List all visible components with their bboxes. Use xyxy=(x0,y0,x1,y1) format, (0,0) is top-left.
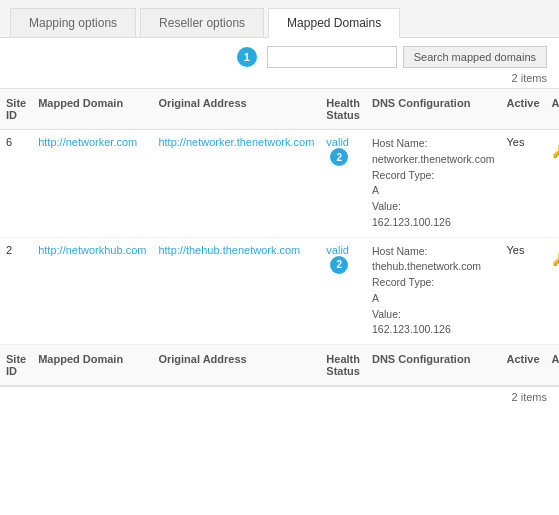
dns-record-type-value: A xyxy=(372,184,379,196)
footer-col-dns-configuration: DNS Configuration xyxy=(366,345,501,386)
cell-mapped-domain: http://networkhub.com xyxy=(32,237,152,345)
table-header-row: Site ID Mapped Domain Original Address H… xyxy=(0,89,559,130)
tab-reseller[interactable]: Reseller options xyxy=(140,8,264,37)
cell-site-id: 6 xyxy=(0,130,32,238)
search-button[interactable]: Search mapped domains xyxy=(403,46,547,68)
footer-col-mapped-domain: Mapped Domain xyxy=(32,345,152,386)
footer-col-original-address: Original Address xyxy=(152,345,320,386)
col-health-status: Health Status xyxy=(320,89,366,130)
cell-mapped-domain: http://networker.com xyxy=(32,130,152,238)
col-mapped-domain: Mapped Domain xyxy=(32,89,152,130)
search-row: 1 Search mapped domains xyxy=(0,38,559,70)
cell-health-status: valid2 xyxy=(320,237,366,345)
cell-actions: 🔑🗑 xyxy=(546,237,559,345)
table-row: 6http://networker.comhttp://networker.th… xyxy=(0,130,559,238)
dns-hostname-label: Host Name: xyxy=(372,137,427,149)
tab-mapping[interactable]: Mapping options xyxy=(10,8,136,37)
mapped-domain-link[interactable]: http://networker.com xyxy=(38,136,137,148)
items-count: 2 items xyxy=(0,70,559,88)
dns-value: 162.123.100.126 xyxy=(372,323,451,335)
dns-hostname-label: Host Name: xyxy=(372,245,427,257)
table-footer-row: Site ID Mapped Domain Original Address H… xyxy=(0,345,559,386)
tab-mapped-domains[interactable]: Mapped Domains xyxy=(268,8,400,38)
table-row: 2http://networkhub.comhttp://thehub.then… xyxy=(0,237,559,345)
footer-col-health-status: Health Status xyxy=(320,345,366,386)
cell-site-id: 2 xyxy=(0,237,32,345)
col-active: Active xyxy=(501,89,546,130)
col-dns-configuration: DNS Configuration xyxy=(366,89,501,130)
badge-1: 1 xyxy=(237,47,257,67)
original-address-link[interactable]: http://thehub.thenetwork.com xyxy=(158,244,300,256)
cell-health-status: valid2 xyxy=(320,130,366,238)
dns-record-type-value: A xyxy=(372,292,379,304)
cell-original-address: http://networker.thenetwork.com xyxy=(152,130,320,238)
cell-active: Yes xyxy=(501,237,546,345)
cell-active: Yes xyxy=(501,130,546,238)
key-icon[interactable]: 🔑 xyxy=(552,142,559,158)
cell-actions: 🔑🗑3 xyxy=(546,130,559,238)
mapped-domain-link[interactable]: http://networkhub.com xyxy=(38,244,146,256)
footer-col-active: Active xyxy=(501,345,546,386)
col-actions: Actions xyxy=(546,89,559,130)
footer-col-site-id: Site ID xyxy=(0,345,32,386)
dns-value-label: Value: xyxy=(372,200,401,212)
dns-record-type-label: Record Type: xyxy=(372,169,434,181)
health-badge: 2 xyxy=(330,256,348,274)
original-address-link[interactable]: http://networker.thenetwork.com xyxy=(158,136,314,148)
search-input[interactable] xyxy=(267,46,397,68)
footer-col-actions: Actions xyxy=(546,345,559,386)
dns-hostname-value: networker.thenetwork.com xyxy=(372,153,495,165)
dns-value-label: Value: xyxy=(372,308,401,320)
col-site-id: Site ID xyxy=(0,89,32,130)
mapped-domains-table: Site ID Mapped Domain Original Address H… xyxy=(0,88,559,386)
cell-dns-configuration: Host Name: thehub.thenetwork.comRecord T… xyxy=(366,237,501,345)
dns-value: 162.123.100.126 xyxy=(372,216,451,228)
health-badge: 2 xyxy=(330,148,348,166)
health-status-value: valid xyxy=(326,136,349,148)
tabs-bar: Mapping options Reseller options Mapped … xyxy=(0,0,559,38)
col-original-address: Original Address xyxy=(152,89,320,130)
dns-record-type-label: Record Type: xyxy=(372,276,434,288)
dns-hostname-value: thehub.thenetwork.com xyxy=(372,260,481,272)
cell-original-address: http://thehub.thenetwork.com xyxy=(152,237,320,345)
key-icon[interactable]: 🔑 xyxy=(552,250,559,266)
footer-items-count: 2 items xyxy=(0,386,559,407)
health-status-value: valid xyxy=(326,244,349,256)
cell-dns-configuration: Host Name: networker.thenetwork.comRecor… xyxy=(366,130,501,238)
